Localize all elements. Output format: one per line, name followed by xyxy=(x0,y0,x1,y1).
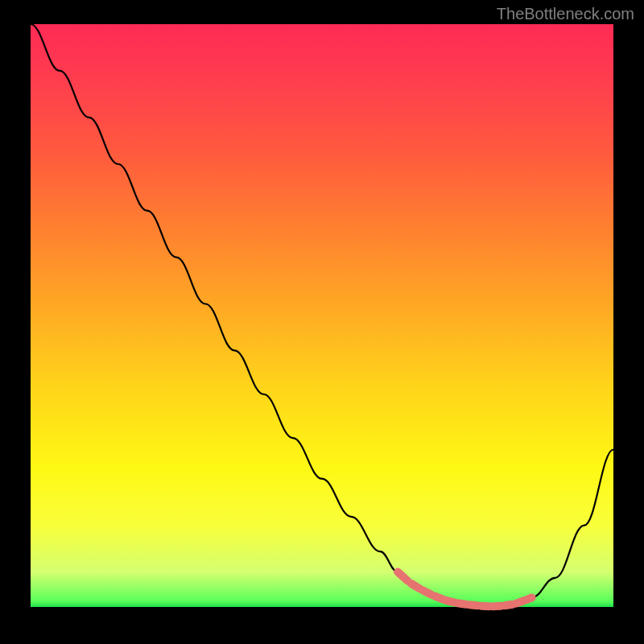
flat-marker xyxy=(505,605,513,606)
flat-marker xyxy=(411,584,419,588)
flat-marker-dot xyxy=(528,593,536,601)
chart-plot-area xyxy=(31,24,613,607)
flat-marker xyxy=(469,605,477,605)
flat-marker xyxy=(423,590,431,594)
watermark-text: TheBottleneck.com xyxy=(497,5,634,23)
bottleneck-curve xyxy=(31,24,613,607)
flat-marker-dot xyxy=(394,568,402,576)
flat-marker xyxy=(435,596,443,599)
flat-marker xyxy=(481,606,489,607)
flat-marker xyxy=(516,601,524,604)
flat-marker xyxy=(493,606,501,607)
flat-marker xyxy=(446,601,454,603)
curve-path xyxy=(31,24,613,606)
flat-region-markers xyxy=(394,568,536,607)
flat-marker xyxy=(458,603,466,605)
